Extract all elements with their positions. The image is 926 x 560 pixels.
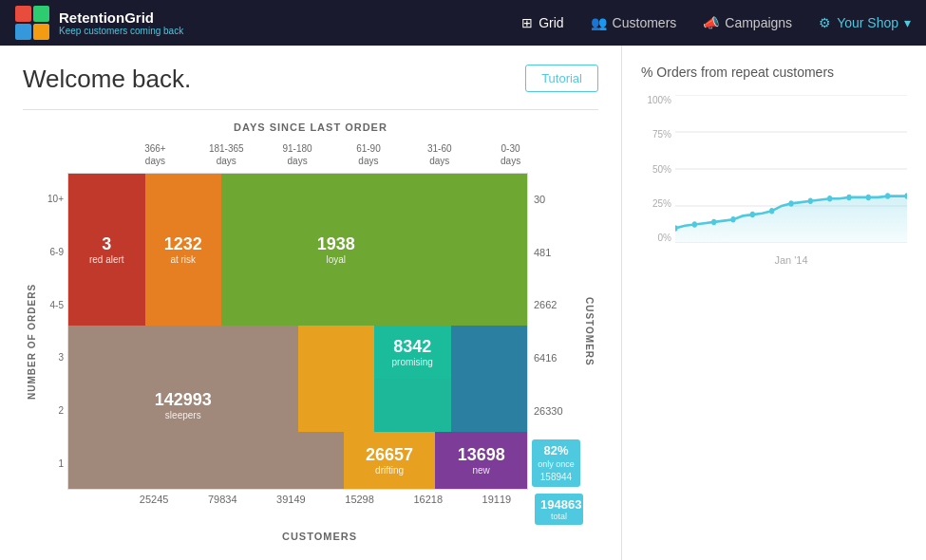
shop-chevron-icon: ▾ <box>904 15 911 30</box>
chart-title: % Orders from repeat customers <box>641 65 907 80</box>
cell-2-col4[interactable] <box>374 379 451 432</box>
nav-customers-label: Customers <box>613 15 677 30</box>
right-panel: % Orders from repeat customers 100% 75% … <box>622 46 926 560</box>
cell-4to5-col0[interactable] <box>68 276 145 326</box>
logo-yellow <box>33 24 49 40</box>
col-header-blank <box>67 140 120 173</box>
divider <box>23 109 598 110</box>
cell-6to9-col3[interactable]: 1938 loyal <box>298 223 375 276</box>
navbar: RetentionGrid Keep customers coming back… <box>0 0 926 46</box>
cell-10plus-col2to5[interactable] <box>221 174 527 223</box>
nav-grid-label: Grid <box>539 15 563 30</box>
cell-2-col0to2[interactable]: 142993 sleepers <box>68 379 298 432</box>
y-label-75: 75% <box>652 129 671 140</box>
brand: RetentionGrid Keep customers coming back <box>15 6 183 40</box>
cell-6to9-col0[interactable]: 3 red alert <box>68 223 145 276</box>
cell-2-col3[interactable] <box>298 379 375 432</box>
once-num: 158944 <box>538 471 575 483</box>
cell-3-col0to2[interactable] <box>68 326 298 379</box>
cell-4to5-col3[interactable] <box>298 276 375 326</box>
brand-name: RetentionGrid <box>59 9 183 26</box>
nav-your-shop[interactable]: ⚙ Your Shop ▾ <box>819 15 911 30</box>
grid-row-10plus <box>68 174 527 223</box>
cell-6to9-col3-value: 1938 <box>317 235 355 252</box>
y-axis-label: NUMBER OF ORDERS <box>23 140 41 542</box>
bottom-count-0: 25245 <box>120 490 188 525</box>
bottom-row: 25245 79834 39149 15298 16218 19119 1948… <box>67 490 598 525</box>
grid-icon: ⊞ <box>521 15 533 30</box>
once-pct: 82% <box>538 443 575 459</box>
row-label-2: 2 <box>41 384 67 438</box>
col-header-0-line1: 366+ <box>144 143 166 154</box>
right-counts: 30 481 2662 6416 26330 82% only once 158… <box>528 173 580 490</box>
col-header-right-blank <box>546 140 598 173</box>
cell-6to9-col5[interactable] <box>451 223 528 276</box>
chart-dot-11 <box>885 193 890 199</box>
cell-1-col4to5[interactable]: 13698 new <box>435 432 527 489</box>
col-header-5-line2: days <box>501 156 520 166</box>
chart-dot-6 <box>788 200 793 207</box>
nav-grid[interactable]: ⊞ Grid <box>521 15 563 30</box>
tutorial-button[interactable]: Tutorial <box>525 65 598 92</box>
col-headers: 366+days 181-365days 91-180days 61-90day… <box>120 140 546 173</box>
cell-4to5-col5[interactable] <box>451 276 528 326</box>
cell-6to9-col0-label: red alert <box>89 254 124 265</box>
row-label-4to5: 4-5 <box>41 278 67 331</box>
chart-dot-4 <box>750 212 755 218</box>
col-header-5: 0-30days <box>475 140 546 173</box>
logo-blue <box>15 24 31 40</box>
right-count-4: 26330 <box>528 384 580 438</box>
once-cell[interactable]: 82% only once 158944 <box>532 439 580 487</box>
grid-row-1: 26657 drifting 13698 new <box>68 432 527 489</box>
bottom-count-4: 16218 <box>394 490 463 525</box>
cell-6to9-col2[interactable] <box>221 223 298 276</box>
cell-4to5-col2[interactable] <box>221 276 298 326</box>
shop-icon: ⚙ <box>819 15 831 30</box>
chart-y-labels: 100% 75% 50% 25% 0% <box>641 95 675 243</box>
customers-icon: 👥 <box>591 15 607 30</box>
brand-tagline: Keep customers coming back <box>59 26 183 36</box>
y-label-100: 100% <box>647 95 671 105</box>
col-header-0-line2: days <box>145 156 165 166</box>
col-header-2-line1: 91-180 <box>283 143 312 154</box>
bottom-total: 194863 total <box>531 490 583 525</box>
total-number: 194863 <box>540 497 577 512</box>
grid-title: DAYS SINCE LAST ORDER <box>23 121 598 133</box>
total-cell[interactable]: 194863 total <box>535 494 583 525</box>
cell-2-col5[interactable] <box>451 379 528 432</box>
col-header-3-line1: 61-90 <box>356 143 381 154</box>
x-axis-label: CUSTOMERS <box>41 531 598 542</box>
cell-10plus-col1[interactable] <box>145 174 222 223</box>
cell-3-col3[interactable] <box>298 326 375 379</box>
bottom-count-3: 15298 <box>325 490 393 525</box>
cell-3-col5[interactable] <box>451 326 528 379</box>
right-count-3: 6416 <box>528 331 580 384</box>
cell-4to5-col1[interactable] <box>145 276 222 326</box>
once-label: only once <box>538 459 575 471</box>
campaigns-icon: 📣 <box>703 15 719 30</box>
cell-3-col4[interactable]: 8342 promising <box>374 326 451 379</box>
chart-dot-1 <box>692 221 697 228</box>
welcome-header: Welcome back. Tutorial <box>23 65 598 94</box>
right-count-once[interactable]: 82% only once 158944 <box>528 437 580 490</box>
cell-10plus-col0[interactable] <box>68 174 145 223</box>
cell-6to9-col3-label: loyal <box>326 254 346 265</box>
left-panel: Welcome back. Tutorial DAYS SINCE LAST O… <box>0 46 622 560</box>
cell-6to9-col4[interactable] <box>374 223 451 276</box>
chart-x-label: Jan '14 <box>675 254 907 266</box>
cell-1-col0to2[interactable] <box>68 432 344 489</box>
nav-campaigns-label: Campaigns <box>725 15 792 30</box>
cell-6to9-col1-value: 1232 <box>164 235 202 252</box>
cell-1-col3[interactable]: 26657 drifting <box>344 432 436 489</box>
y-label-50: 50% <box>652 164 671 175</box>
y-label-0: 0% <box>658 233 671 243</box>
nav-customers[interactable]: 👥 Customers <box>591 15 677 30</box>
cell-1-col4-value: 13698 <box>458 446 505 463</box>
cell-4to5-col4[interactable] <box>374 276 451 326</box>
row-labels: 10+ 6-9 4-5 3 2 1 <box>41 173 67 490</box>
nav-campaigns[interactable]: 📣 Campaigns <box>703 15 792 30</box>
cell-6to9-col1[interactable]: 1232 at risk <box>145 223 222 276</box>
cell-1-col4-label: new <box>473 465 490 476</box>
row-label-10plus: 10+ <box>41 173 67 226</box>
customers-vert-label: CUSTOMERS <box>580 173 598 490</box>
